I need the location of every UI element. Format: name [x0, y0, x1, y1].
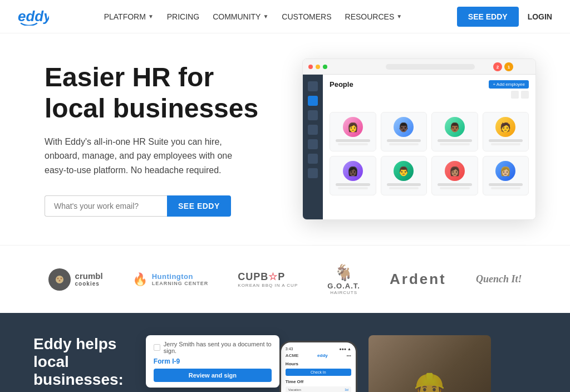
svg-point-3 [57, 277, 58, 279]
person-role-bar [338, 187, 368, 189]
dark-section: Eddy helps local businesses: 👥 Hire reli… [0, 313, 570, 392]
add-employee-button[interactable]: + Add employee [489, 80, 529, 89]
avatar: 🧑 [495, 117, 515, 137]
goat-icon: 🐐 [334, 263, 353, 282]
search-icon [511, 91, 519, 99]
person-name-bar [489, 139, 523, 142]
checkbox-icon [154, 344, 160, 351]
app-mockup: 2 1 People + Add employee [302, 58, 536, 220]
phone-timeoff-label: Time Off [286, 379, 351, 384]
sidebar-pay-icon [308, 125, 318, 135]
phone-timeoff-item: Vacation3d [286, 386, 351, 392]
quench-logo: Quench It! [476, 273, 522, 285]
mockup-sidebar [303, 75, 323, 219]
header: eddy PLATFORM ▼ PRICING COMMUNITY ▼ CUST… [0, 0, 570, 33]
phone-header: ACME eddy ••• [286, 353, 351, 358]
huntington-tagline: LEARNING CENTER [152, 281, 209, 286]
filter-icon [521, 91, 529, 99]
goat-tagline: HAIRCUTS [330, 290, 357, 295]
person-name-bar [336, 139, 370, 142]
cupbop-name: CUPB☆P [238, 271, 298, 283]
mockup-toolbar [330, 91, 529, 99]
notification-from: Jerry Smith has sent you a document to s… [154, 341, 272, 354]
quench-name: Quench It! [476, 273, 522, 285]
avatar: 👩🏿 [343, 161, 363, 181]
phone-checkin-button[interactable]: Check In [286, 369, 351, 376]
nav-resources[interactable]: RESOURCES ▼ [345, 12, 402, 21]
worker-photo: 👷 [368, 335, 491, 392]
person-role-bar [491, 187, 521, 189]
dark-left-content: Eddy helps local businesses: 👥 Hire reli… [33, 335, 124, 392]
notification-badges: 2 1 [493, 62, 513, 71]
login-button[interactable]: LOGIN [528, 12, 552, 21]
phone-mockup: 3:43 ●●● ▲ ACME eddy ••• Hours Check In … [279, 341, 357, 392]
minimize-dot [316, 65, 320, 69]
avatar: 👨🏾 [445, 117, 465, 137]
sidebar-settings-icon [308, 154, 318, 164]
header-actions: SEE EDDY LOGIN [457, 7, 552, 27]
person-name-bar [438, 183, 472, 186]
notification-card: Jerry Smith has sent you a document to s… [146, 335, 279, 388]
hero-content: Easier HR for local businesses With Eddy… [45, 62, 302, 216]
nav-pricing[interactable]: PRICING [167, 12, 199, 21]
person-role-bar [389, 187, 419, 189]
mockup-page-title: People [330, 80, 353, 89]
hero-title: Easier HR for local businesses [45, 62, 279, 123]
nav-customers[interactable]: CUSTOMERS [282, 12, 331, 21]
person-role-bar [440, 143, 470, 145]
person-role-bar [389, 143, 419, 145]
crumbl-svg [53, 273, 66, 286]
person-role-bar [491, 143, 521, 145]
person-card: 👩 [330, 112, 376, 151]
see-eddy-button[interactable]: SEE EDDY [457, 7, 519, 27]
crumbl-tagline: cookies [75, 281, 103, 287]
people-grid: 👩 👨🏿 👨🏾 [330, 112, 529, 195]
sidebar-docs-icon [308, 139, 318, 149]
sidebar-people-icon [308, 96, 318, 106]
hero-see-eddy-button[interactable]: SEE EDDY [167, 195, 231, 217]
eddy-logo-icon: eddy [18, 8, 49, 26]
worker-icon: 👷 [409, 371, 450, 393]
person-name-bar [336, 183, 370, 186]
goat-name: G.O.A.T. [327, 282, 360, 290]
huntington-flame-icon: 🔥 [132, 272, 148, 287]
cupbop-tagline: KOREAN BBQ IN A CUP [238, 283, 298, 288]
avatar: 👩🏼 [495, 161, 515, 181]
person-card: 🧑 [483, 112, 529, 151]
chevron-down-icon: ▼ [263, 13, 268, 19]
person-name-bar [387, 183, 421, 186]
avatar: 👨 [394, 161, 414, 181]
person-card: 👨🏿 [381, 112, 428, 151]
sidebar-calendar-icon [308, 110, 318, 120]
chevron-down-icon: ▼ [396, 13, 402, 19]
person-card: 👨🏾 [431, 112, 478, 151]
form-link[interactable]: Form I-9 [154, 357, 272, 365]
avatar: 👩 [343, 117, 363, 137]
svg-text:eddy: eddy [18, 8, 49, 24]
phone-status-bar: 3:43 ●●● ▲ [286, 347, 351, 351]
person-name-bar [387, 139, 421, 142]
crumbl-icon [48, 268, 71, 291]
nav-community[interactable]: COMMUNITY ▼ [213, 12, 268, 21]
person-name-bar [489, 183, 523, 186]
mockup-body: People + Add employee 👩 [303, 75, 535, 219]
person-card: 👩🏽 [431, 156, 478, 195]
person-card: 👩🏼 [483, 156, 529, 195]
person-card: 👩🏿 [330, 156, 376, 195]
logo[interactable]: eddy [18, 8, 49, 26]
cupbop-logo: CUPB☆P KOREAN BBQ IN A CUP [238, 271, 298, 288]
hero-subtitle: With Eddy's all-in-one HR Suite you can … [45, 135, 256, 178]
close-dot [308, 65, 313, 69]
mockup-topbar: 2 1 [303, 59, 535, 75]
hero-section: Easier HR for local businesses With Eddy… [0, 33, 570, 245]
person-role-bar [338, 143, 368, 145]
dark-right-content: Jerry Smith has sent you a document to s… [146, 335, 570, 392]
review-sign-button[interactable]: Review and sign [154, 369, 272, 382]
nav-platform[interactable]: PLATFORM ▼ [104, 12, 154, 21]
sidebar-help-icon [308, 168, 318, 178]
avatar: 👩🏽 [445, 161, 465, 181]
sidebar-home-icon [308, 81, 318, 91]
email-input[interactable] [45, 195, 167, 217]
svg-point-4 [60, 277, 62, 279]
hero-form: SEE EDDY [45, 195, 279, 217]
